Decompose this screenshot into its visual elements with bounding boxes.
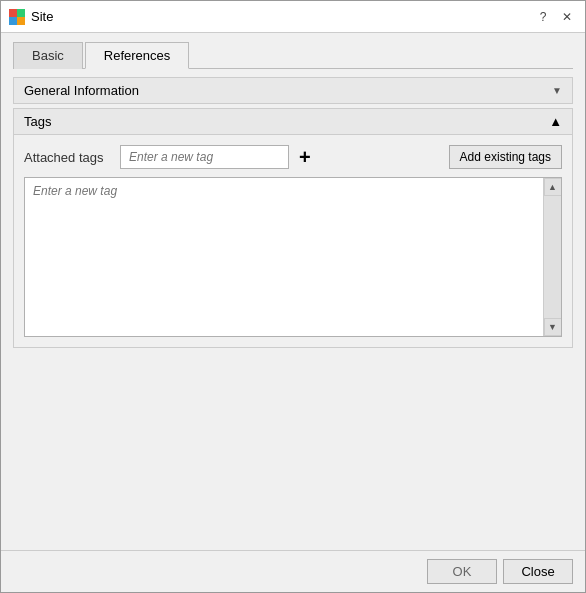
scroll-up-button[interactable]: ▲ [544, 178, 562, 196]
add-tag-button[interactable]: + [295, 147, 315, 167]
add-existing-tags-button[interactable]: Add existing tags [449, 145, 562, 169]
help-button[interactable]: ? [533, 7, 553, 27]
attached-tags-label: Attached tags [24, 150, 114, 165]
spacer [13, 348, 573, 542]
ok-button[interactable]: OK [427, 559, 497, 584]
general-info-chevron-down-icon: ▼ [552, 85, 562, 96]
tags-textarea[interactable] [25, 178, 543, 336]
scrollbar-thumb [544, 196, 561, 318]
title-bar: Site ? ✕ [1, 1, 585, 33]
general-info-label: General Information [24, 83, 139, 98]
svg-rect-1 [17, 9, 25, 17]
general-info-section-header[interactable]: General Information ▼ [13, 77, 573, 104]
tags-label: Tags [24, 114, 51, 129]
app-icon [9, 9, 25, 25]
svg-rect-3 [17, 17, 25, 25]
scrollbar-track: ▲ ▼ [543, 178, 561, 336]
dialog-footer: OK Close [1, 550, 585, 592]
svg-rect-2 [9, 17, 17, 25]
close-button[interactable]: Close [503, 559, 573, 584]
window-title: Site [31, 9, 53, 24]
tags-content: Attached tags + Add existing tags ▲ ▼ [13, 135, 573, 348]
title-bar-left: Site [9, 9, 53, 25]
attached-tags-row: Attached tags + Add existing tags [24, 145, 562, 169]
svg-rect-0 [9, 9, 17, 17]
tags-chevron-up-icon: ▲ [549, 114, 562, 129]
tags-section: Tags ▲ Attached tags + Add existing tags… [13, 108, 573, 348]
tabs-container: Basic References [13, 41, 573, 69]
dialog-body: Basic References General Information ▼ T… [1, 33, 585, 550]
tab-basic[interactable]: Basic [13, 42, 83, 69]
scroll-down-button[interactable]: ▼ [544, 318, 562, 336]
tab-references[interactable]: References [85, 42, 189, 69]
title-bar-controls: ? ✕ [533, 7, 577, 27]
tags-section-header[interactable]: Tags ▲ [13, 108, 573, 135]
tags-textarea-container: ▲ ▼ [24, 177, 562, 337]
window-close-button[interactable]: ✕ [557, 7, 577, 27]
dialog: Site ? ✕ Basic References General Inform… [0, 0, 586, 593]
new-tag-inline-input[interactable] [120, 145, 289, 169]
